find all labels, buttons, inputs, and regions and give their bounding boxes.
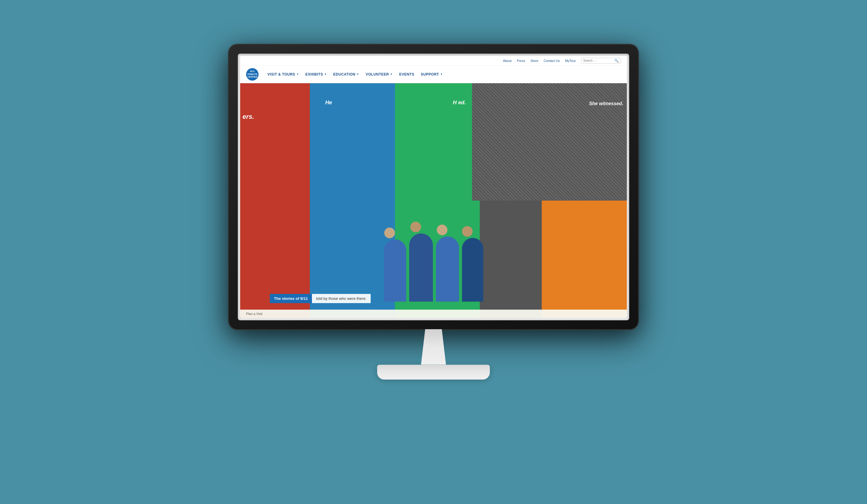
person-head-2 xyxy=(410,222,421,232)
person-1 xyxy=(384,228,406,302)
people-group xyxy=(240,224,627,302)
person-3 xyxy=(436,224,459,302)
main-nav: 9/11TRIBUTECENTER VISIT & TOURS ▼ EXHIBI… xyxy=(240,66,627,83)
caption-blue: The stories of 9/11 xyxy=(270,294,312,303)
person-body-1 xyxy=(384,239,406,302)
he-text-mid: H ed. xyxy=(453,100,466,106)
search-icon: 🔍 xyxy=(614,59,619,63)
person-body-3 xyxy=(436,237,459,302)
person-head-1 xyxy=(384,228,395,238)
he-text-left: He xyxy=(325,100,332,106)
plan-a-visit-text: Plan a Visit xyxy=(246,312,263,316)
person-body-4 xyxy=(462,238,483,302)
search-box[interactable]: 🔍 xyxy=(581,58,621,64)
nav-about[interactable]: About xyxy=(503,59,512,63)
website: About Press Store Contact Us MyTour 🔍 xyxy=(240,56,627,318)
nav-education[interactable]: EDUCATION ▼ xyxy=(333,72,359,76)
chevron-down-icon: ▼ xyxy=(440,73,443,76)
monitor-body: About Press Store Contact Us MyTour 🔍 xyxy=(229,45,638,329)
chevron-down-icon: ▼ xyxy=(357,73,359,76)
nav-contact[interactable]: Contact Us xyxy=(544,59,560,63)
monitor-wrapper: About Press Store Contact Us MyTour 🔍 xyxy=(217,45,650,460)
screen: About Press Store Contact Us MyTour 🔍 xyxy=(240,56,627,318)
monitor-bezel: About Press Store Contact Us MyTour 🔍 xyxy=(238,54,629,320)
chevron-down-icon: ▼ xyxy=(297,73,299,76)
she-witnessed-text: She witnessed. xyxy=(589,101,623,106)
utility-bar: About Press Store Contact Us MyTour 🔍 xyxy=(240,56,627,66)
search-input[interactable] xyxy=(583,59,613,62)
nav-support[interactable]: SUPPORT ▼ xyxy=(421,72,443,76)
hero-section: ers. He H ed. She witnessed. xyxy=(240,83,627,318)
logo-circle: 9/11TRIBUTECENTER xyxy=(246,68,259,80)
nav-events[interactable]: EVENTS xyxy=(399,72,414,76)
nav-mytour[interactable]: MyTour xyxy=(565,59,576,63)
ers-text: ers. xyxy=(243,113,254,121)
nav-store[interactable]: Store xyxy=(531,59,538,63)
person-head-4 xyxy=(462,226,473,237)
logo-text: 9/11TRIBUTECENTER xyxy=(247,70,258,78)
chevron-down-icon: ▼ xyxy=(390,73,393,76)
person-head-3 xyxy=(437,224,448,235)
monitor-stand-base xyxy=(377,365,490,380)
caption-bar: The stories of 9/11 told by those who we… xyxy=(270,294,371,303)
caption-white: told by those who were there. xyxy=(312,294,371,303)
nav-exhibits[interactable]: EXHIBITS ▼ xyxy=(306,72,327,76)
nav-press[interactable]: Press xyxy=(517,59,525,63)
chevron-down-icon: ▼ xyxy=(324,73,327,76)
logo-area[interactable]: 9/11TRIBUTECENTER xyxy=(246,68,259,80)
person-2 xyxy=(409,222,433,302)
nav-visit-tours[interactable]: VISIT & TOURS ▼ xyxy=(267,72,299,76)
monitor-stand-neck xyxy=(413,329,454,365)
nav-volunteer[interactable]: VOLUNTEER ▼ xyxy=(366,72,393,76)
plan-a-visit-bar[interactable]: Plan a Visit xyxy=(240,310,627,318)
person-body-2 xyxy=(409,233,433,302)
nav-links: VISIT & TOURS ▼ EXHIBITS ▼ EDUCATION ▼ xyxy=(267,72,621,76)
person-4 xyxy=(462,226,483,302)
